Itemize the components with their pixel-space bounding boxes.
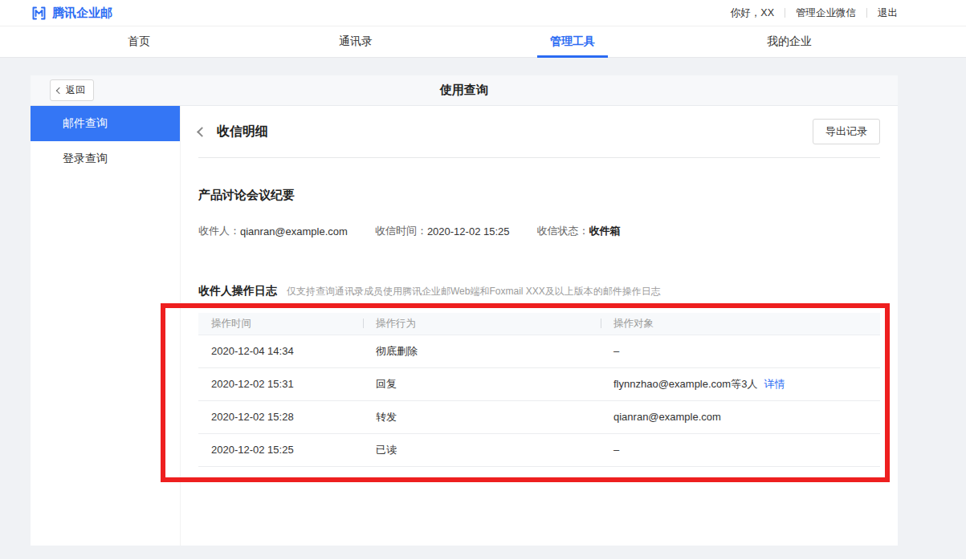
query-header: 使用查询 返回 xyxy=(31,75,898,106)
cell-operation-time: 2020-12-02 15:25 xyxy=(198,433,363,466)
exmail-logo-icon xyxy=(31,5,47,22)
cell-operation-time: 2020-12-02 15:31 xyxy=(198,367,363,400)
content-area: 使用查询 返回 邮件查询登录查询 收信明细 导出记录 产品讨论会议纪要 收件人：… xyxy=(0,58,966,559)
meta-item-1: 收件人：qianran@example.com xyxy=(198,224,348,238)
meta-value: 收件箱 xyxy=(589,224,621,238)
sidebar-item-1[interactable]: 邮件查询 xyxy=(31,106,180,141)
meta-label: 收件人： xyxy=(198,224,240,238)
column-header-3: 操作对象 xyxy=(601,313,880,335)
back-button-label: 返回 xyxy=(66,83,85,97)
nav-tab-3[interactable]: 管理工具 xyxy=(464,26,681,57)
column-header-2: 操作行为 xyxy=(363,313,601,335)
meta-value: 2020-12-02 15:25 xyxy=(427,225,510,237)
nav-tab-1[interactable]: 首页 xyxy=(31,26,247,57)
column-header-1: 操作时间 xyxy=(198,313,363,335)
log-section-title: 收件人操作日志 xyxy=(198,284,277,298)
table-row: 2020-12-02 15:25已读– xyxy=(198,433,880,466)
sidebar-item-2[interactable]: 登录查询 xyxy=(31,141,180,177)
target-text: qianran@example.com xyxy=(613,411,721,423)
content-box: 使用查询 返回 邮件查询登录查询 收信明细 导出记录 产品讨论会议纪要 收件人：… xyxy=(31,75,898,546)
cell-operation-target: qianran@example.com xyxy=(601,400,880,433)
export-records-button[interactable]: 导出记录 xyxy=(813,119,880,144)
log-header: 收件人操作日志 仅支持查询通讯录成员使用腾讯企业邮Web端和Foxmail XX… xyxy=(198,284,880,298)
cell-operation-action: 彻底删除 xyxy=(363,335,601,367)
brand[interactable]: 腾讯企业邮 xyxy=(31,5,112,22)
meta-item-2: 收信时间：2020-12-02 15:25 xyxy=(375,224,510,238)
topbar: 腾讯企业邮 你好，XX 管理企业微信 退出 xyxy=(0,0,966,26)
sidebar: 邮件查询登录查询 xyxy=(31,106,181,546)
cell-operation-target: flynnzhao@example.com等3人详情 xyxy=(601,367,880,400)
detail-panel: 收信明细 导出记录 产品讨论会议纪要 收件人：qianran@example.c… xyxy=(181,106,898,546)
table-row: 2020-12-04 14:34彻底删除– xyxy=(198,335,880,367)
log-table-head-row: 操作时间操作行为操作对象 xyxy=(198,313,880,335)
meta-label: 收信状态： xyxy=(537,224,589,238)
cell-operation-target: – xyxy=(601,433,880,466)
panel-header: 收信明细 导出记录 xyxy=(198,106,880,158)
cell-operation-action: 回复 xyxy=(363,367,601,400)
mail-meta: 收件人：qianran@example.com收信时间：2020-12-02 1… xyxy=(198,224,880,238)
topbar-right: 你好，XX 管理企业微信 退出 xyxy=(731,6,898,20)
main-nav: 首页通讯录管理工具我的企业 xyxy=(0,26,966,58)
target-text: flynnzhao@example.com等3人 xyxy=(613,378,757,390)
chevron-left-icon xyxy=(56,87,63,93)
divider xyxy=(866,8,867,18)
log-section-note: 仅支持查询通讯录成员使用腾讯企业邮Web端和Foxmail XXX及以上版本的邮… xyxy=(287,285,661,298)
nav-tabs: 首页通讯录管理工具我的企业 xyxy=(31,26,898,57)
user-greeting: 你好，XX xyxy=(731,6,774,20)
log-table-body: 2020-12-04 14:34彻底删除–2020-12-02 15:31回复f… xyxy=(198,335,880,466)
logout-link[interactable]: 退出 xyxy=(878,6,898,20)
nav-tab-2[interactable]: 通讯录 xyxy=(247,26,464,57)
nav-tab-4[interactable]: 我的企业 xyxy=(681,26,898,57)
mail-subject: 产品讨论会议纪要 xyxy=(198,188,880,203)
manage-wecom-link[interactable]: 管理企业微信 xyxy=(796,6,856,20)
cell-operation-action: 已读 xyxy=(363,433,601,466)
cell-operation-action: 转发 xyxy=(363,400,601,433)
detail-back-button[interactable] xyxy=(198,128,206,136)
target-text: – xyxy=(613,444,619,456)
divider xyxy=(785,8,785,18)
cell-operation-target: – xyxy=(601,335,880,367)
meta-item-3: 收信状态：收件箱 xyxy=(537,224,621,238)
meta-value: qianran@example.com xyxy=(240,225,348,237)
detail-link[interactable]: 详情 xyxy=(764,378,785,390)
chevron-left-icon xyxy=(197,127,207,137)
table-row: 2020-12-02 15:28转发qianran@example.com xyxy=(198,400,880,433)
brand-name: 腾讯企业邮 xyxy=(52,6,112,21)
page-title: 使用查询 xyxy=(31,83,898,98)
cell-operation-time: 2020-12-04 14:34 xyxy=(198,335,363,367)
detail-title: 收信明细 xyxy=(217,124,268,140)
operation-log-table: 操作时间操作行为操作对象 2020-12-04 14:34彻底删除–2020-1… xyxy=(198,313,880,467)
table-row: 2020-12-02 15:31回复flynnzhao@example.com等… xyxy=(198,367,880,400)
content-body: 邮件查询登录查询 收信明细 导出记录 产品讨论会议纪要 收件人：qianran@… xyxy=(31,106,898,546)
back-button[interactable]: 返回 xyxy=(50,79,94,101)
target-text: – xyxy=(613,345,619,357)
cell-operation-time: 2020-12-02 15:28 xyxy=(198,400,363,433)
meta-label: 收信时间： xyxy=(375,224,427,238)
